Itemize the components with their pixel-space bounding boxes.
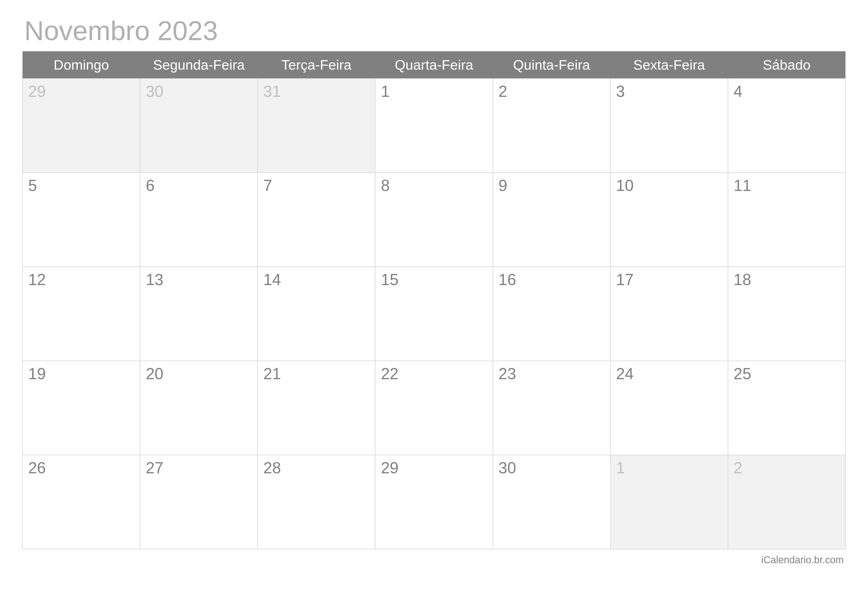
calendar-day-cell: 16 (493, 267, 611, 361)
calendar-day-cell: 24 (611, 361, 728, 455)
weekday-header: Quarta-Feira (375, 51, 493, 79)
weekday-header: Quinta-Feira (493, 51, 611, 79)
calendar-day-cell: 6 (140, 173, 257, 267)
calendar-day-cell: 12 (23, 267, 140, 361)
calendar-day-cell: 29 (375, 455, 493, 549)
calendar-day-cell: 2 (728, 455, 845, 549)
calendar-day-cell: 11 (728, 173, 845, 267)
calendar-day-cell: 13 (140, 267, 257, 361)
calendar-day-cell: 18 (728, 267, 845, 361)
calendar-day-cell: 1 (375, 79, 493, 173)
weekday-header-row: Domingo Segunda-Feira Terça-Feira Quarta… (23, 51, 845, 79)
calendar-day-cell: 9 (493, 173, 611, 267)
calendar-day-cell: 22 (375, 361, 493, 455)
calendar-day-cell: 27 (140, 455, 257, 549)
calendar-day-cell: 17 (611, 267, 728, 361)
calendar-day-cell: 14 (257, 267, 375, 361)
calendar-day-cell: 20 (140, 361, 257, 455)
calendar-grid: Domingo Segunda-Feira Terça-Feira Quarta… (22, 51, 846, 549)
weekday-header: Sábado (728, 51, 845, 79)
calendar-day-cell: 23 (493, 361, 611, 455)
calendar-day-cell: 8 (375, 173, 493, 267)
calendar-day-cell: 30 (140, 79, 257, 173)
calendar-week-row: 19 20 21 22 23 24 25 (23, 361, 845, 455)
calendar-day-cell: 31 (257, 79, 375, 173)
weekday-header: Domingo (23, 51, 140, 79)
calendar-day-cell: 30 (493, 455, 611, 549)
calendar-week-row: 26 27 28 29 30 1 2 (23, 455, 845, 549)
calendar-week-row: 5 6 7 8 9 10 11 (23, 173, 845, 267)
calendar-day-cell: 28 (257, 455, 375, 549)
calendar-body: 29 30 31 1 2 3 4 5 6 7 8 9 10 11 12 13 1… (23, 79, 845, 549)
calendar-day-cell: 25 (728, 361, 845, 455)
calendar-day-cell: 1 (611, 455, 728, 549)
calendar-day-cell: 5 (23, 173, 140, 267)
calendar-day-cell: 2 (493, 79, 611, 173)
calendar-day-cell: 15 (375, 267, 493, 361)
calendar-title: Novembro 2023 (22, 15, 846, 46)
calendar-day-cell: 29 (23, 79, 140, 173)
calendar-day-cell: 7 (257, 173, 375, 267)
weekday-header: Sexta-Feira (611, 51, 728, 79)
calendar-week-row: 29 30 31 1 2 3 4 (23, 79, 845, 173)
calendar-day-cell: 26 (23, 455, 140, 549)
weekday-header: Terça-Feira (257, 51, 375, 79)
calendar-day-cell: 10 (611, 173, 728, 267)
weekday-header: Segunda-Feira (140, 51, 257, 79)
calendar-day-cell: 21 (257, 361, 375, 455)
calendar-week-row: 12 13 14 15 16 17 18 (23, 267, 845, 361)
calendar-day-cell: 4 (728, 79, 845, 173)
calendar-day-cell: 3 (611, 79, 728, 173)
footer-credit: iCalendario.br.com (22, 554, 846, 566)
calendar-day-cell: 19 (23, 361, 140, 455)
